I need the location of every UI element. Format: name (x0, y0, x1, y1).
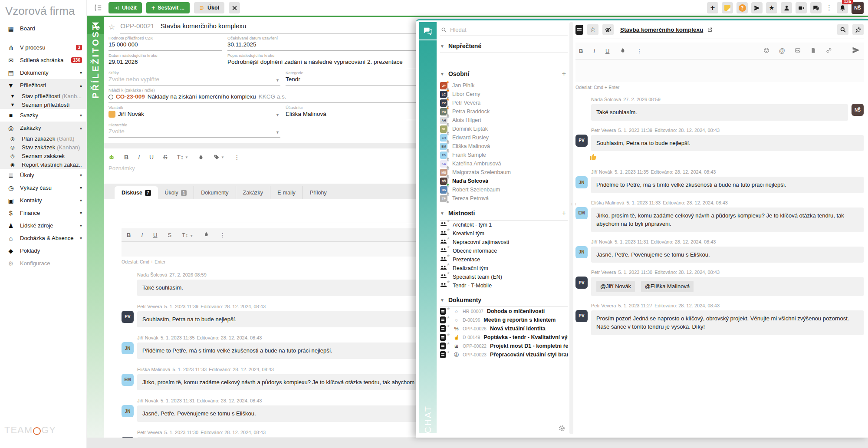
chevron-down-icon[interactable]: ▼ (440, 211, 444, 216)
text-size-button[interactable]: T↕ ▼ (182, 232, 193, 238)
sidebar-item[interactable]: ▦ Board (0, 22, 86, 35)
sidebar-item[interactable]: ◷ Výkazy času ▾ (0, 181, 86, 194)
bold-button[interactable]: B (127, 232, 131, 238)
mention-chip[interactable]: @Jiří Novák (596, 281, 635, 292)
user-avatar[interactable]: NŠ (852, 2, 864, 14)
more-options-icon[interactable]: ⋮ (825, 4, 833, 12)
add-button[interactable]: + (707, 2, 718, 13)
sidebar-item[interactable]: ◎ Stav zakázek (Kanban) (0, 143, 86, 152)
tab[interactable]: Zakázky (236, 186, 270, 199)
chat-contact[interactable]: PV ★ Petr Vevera (440, 99, 568, 107)
pin-button[interactable] (852, 24, 864, 35)
video-call-button[interactable] (796, 2, 807, 13)
chat-document[interactable]: ★ % OPP-00026 Nová vizuální identita (440, 324, 568, 333)
attach-file-button[interactable] (810, 47, 816, 55)
add-room-button[interactable]: + (562, 209, 568, 217)
chat-search-input[interactable]: Hledat (440, 24, 568, 36)
mention-chip[interactable]: @Eliška Malinová (641, 281, 694, 292)
sidebar-item[interactable]: ⋔ V procesu 3 (0, 41, 86, 54)
add-contact-button[interactable]: + (562, 70, 568, 78)
tab[interactable]: Diskuse 7 (115, 186, 158, 199)
strikethrough-button[interactable]: S (168, 232, 171, 238)
chat-contact[interactable]: PB ★ Petra Braddock (440, 107, 568, 116)
chat-contact[interactable]: JP ★ Jan Pihík (440, 81, 568, 90)
chat-contact[interactable]: DL ★ Dominik Lipták (440, 125, 568, 133)
message-composer[interactable]: B I U ⋮ @ (575, 43, 864, 82)
chat-contact[interactable]: FS ★ Frank Sample (440, 151, 568, 159)
panel-resize-divider[interactable]: ⋮⋮ (569, 22, 573, 434)
bold-button[interactable]: B (579, 48, 583, 54)
sidebar-item[interactable]: ⚙ Konfigurace (0, 257, 86, 270)
sidebar-item[interactable]: ◆ Poklady (0, 244, 86, 257)
help-button[interactable]: ? (736, 2, 748, 13)
chat-room[interactable]: ★ Architekt - tým 1 (440, 221, 568, 229)
user-button[interactable] (781, 2, 792, 13)
text-size-button[interactable]: T↕ ▼ (177, 154, 188, 161)
chat-settings-button[interactable] (559, 425, 565, 433)
more-options-icon[interactable]: ⋮ (234, 154, 240, 161)
send-message-button[interactable] (852, 46, 860, 56)
sidebar-item[interactable]: ▼ Příležitosti ▴ (0, 79, 86, 92)
sidebar-item[interactable]: ✉ Sdílená schránka 136 (0, 54, 86, 66)
collapse-sidebar-icon[interactable] (93, 3, 102, 13)
sidebar-item[interactable]: ♟ Lidské zdroje ▾ (0, 219, 86, 232)
chat-contact[interactable]: EM ★ Eliška Malinová (440, 142, 568, 151)
conversation-title[interactable]: Stavba komerčního komplexu (620, 26, 703, 33)
chat-contact[interactable]: AH ★ Alois Hilgert (440, 116, 568, 125)
chevron-down-icon[interactable]: ▼ (440, 44, 444, 49)
sidebar-item[interactable]: ■ Svazky ▾ (0, 109, 86, 122)
sidebar-item[interactable]: ▼ Seznam příležitostí (0, 100, 86, 109)
favorite-button[interactable]: ☆ (587, 24, 598, 35)
save-button[interactable]: Uložit (108, 2, 142, 13)
sidebar-item[interactable]: ◉ Report vlastních zakáz... (0, 160, 86, 169)
sidebar-item[interactable]: $ Finance ▾ (0, 207, 86, 219)
sidebar-item[interactable]: ▼ Stav příležitostí (Kanb... (0, 92, 86, 100)
tab[interactable]: E-maily (270, 186, 302, 199)
mention-button[interactable]: @ (779, 47, 785, 54)
chat-document[interactable]: ★ ◌ HR-00007 Dohoda o mlčenlivosti (440, 307, 568, 316)
tags-field[interactable]: Štítky Zvolte nebo vyplňte ▼ (108, 70, 280, 86)
sidebar-item[interactable]: ◎ Seznam zakázek (0, 152, 86, 160)
tools-button[interactable] (229, 2, 240, 13)
underline-button[interactable]: U (605, 48, 609, 54)
sidebar-item[interactable] (5, 38, 81, 38)
tab[interactable]: Přílohy (302, 186, 334, 199)
chat-document[interactable]: ★ Ⓐ OPP-00023 Přepracování vizuální styl… (440, 350, 568, 359)
italic-button[interactable]: I (138, 154, 140, 161)
chat-contact[interactable]: TP ★ Tereza Petrová (440, 194, 568, 203)
notes-button[interactable] (722, 2, 733, 13)
strikethrough-button[interactable]: S (163, 154, 167, 161)
chat-room[interactable]: ★ Realizační tým (440, 264, 568, 273)
compose-button[interactable]: + Sestavit ... (146, 2, 190, 13)
favorites-button[interactable]: ★ (766, 2, 777, 13)
chat-contact[interactable]: RS ★ Robert Szelenbaum (440, 185, 568, 194)
chat-contact[interactable]: MS ★ Małgorzata Szelenbaum (440, 168, 568, 177)
send-button[interactable] (751, 2, 763, 13)
thumbs-up-reaction[interactable] (589, 153, 597, 162)
text-color-button[interactable] (198, 154, 204, 160)
chat-document[interactable]: ★ ◌ D-00196 Meetin g reportin s klientem (440, 316, 568, 324)
chat-contact[interactable]: ER ★ Edward Rusley (440, 133, 568, 142)
tag-button[interactable]: ▼ (214, 154, 224, 160)
text-color-button[interactable] (204, 231, 209, 238)
owner-field[interactable]: Vlastník Jiří Novák ▼ (108, 105, 280, 120)
underline-button[interactable]: U (153, 232, 157, 238)
chat-room[interactable]: ★ Nepracovní zajímavosti (440, 238, 568, 247)
chat-room[interactable]: ★ Kreativní tým (440, 229, 568, 238)
sidebar-item[interactable]: ▤ Dokumenty ▾ (0, 66, 86, 79)
chat-contact[interactable]: NŠ ★ Naďa Šolcová (440, 177, 568, 185)
favorite-star-icon[interactable]: ☆ (108, 23, 115, 32)
image-button[interactable] (795, 47, 801, 55)
open-external-icon[interactable] (707, 27, 713, 33)
text-color-button[interactable] (620, 47, 626, 55)
hierarchy-field[interactable]: Hierarchie Zvolte ▼ (108, 122, 280, 138)
sidebar-item[interactable]: ▣ Kontakty ▾ (0, 194, 86, 207)
more-options-icon[interactable]: ⋮ (220, 232, 225, 238)
task-button[interactable]: Úkol (194, 2, 224, 13)
italic-button[interactable]: I (141, 232, 143, 238)
chat-room[interactable]: ★ Obecné informace (440, 247, 568, 255)
underline-button[interactable]: U (149, 154, 154, 161)
sidebar-item[interactable]: ◎ Zakázky ▴ (0, 122, 86, 134)
more-options-icon[interactable]: ⋮ (636, 48, 642, 54)
tab[interactable]: Úkoly 1 (158, 186, 194, 199)
